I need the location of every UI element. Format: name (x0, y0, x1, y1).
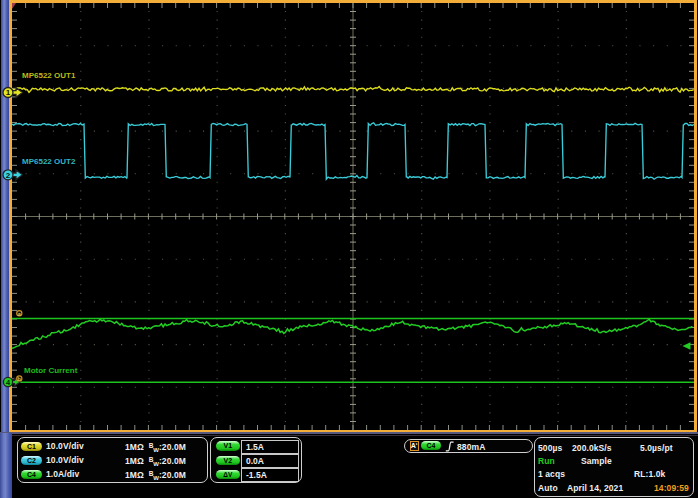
svg-text:MP6522 OUT1: MP6522 OUT1 (22, 71, 76, 80)
svg-text:Motor Current: Motor Current (24, 366, 78, 375)
svg-text:MP6522 OUT2: MP6522 OUT2 (22, 157, 76, 166)
svg-text:1: 1 (6, 88, 11, 97)
svg-text:2: 2 (6, 171, 11, 180)
